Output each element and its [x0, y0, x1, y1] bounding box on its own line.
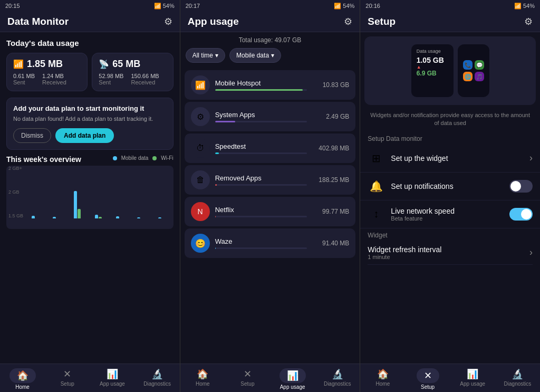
nav-item-app-usage[interactable]: 📊 App usage — [270, 367, 315, 391]
nav-label-2: App usage — [280, 384, 305, 390]
app-icon-5: 😊 — [191, 234, 210, 253]
nav-icon-2: 📊 — [107, 369, 118, 379]
app-bar-wrap-5 — [215, 247, 307, 249]
gear-icon[interactable]: ⚙ — [524, 16, 533, 27]
nav-item-home[interactable]: 🏠 Home — [180, 367, 225, 391]
bar-mobile — [32, 216, 35, 218]
mock-data-sub-1: ▲ — [417, 64, 448, 70]
setup-content: Data usage 1.05 GB ▲ 6.9 GB 📞 💬 🌐 — [360, 32, 540, 364]
nav-label-1: Setup — [421, 384, 435, 390]
data-sub-1: 52.98 MBSent 150.66 MBReceived — [99, 73, 166, 85]
app-bar-fill-2 — [215, 152, 219, 154]
app-name-3: Removed Apps — [215, 174, 307, 182]
mock-widget-1: Data usage 1.05 GB ▲ 6.9 GB — [411, 44, 454, 97]
app-item-1[interactable]: ⚙ System Apps 2.49 GB — [185, 102, 356, 131]
mobile-legend-label: Mobile data — [121, 155, 149, 161]
app-item-0[interactable]: 📶 Mobile Hotspot 10.83 GB — [185, 70, 356, 100]
app-info-4: Netflix — [215, 206, 307, 217]
data-type-filter-button[interactable]: Mobile data ▾ — [229, 48, 281, 63]
nav-item-setup[interactable]: ✕ Setup — [225, 367, 270, 391]
toggle-thumb-1 — [510, 181, 521, 192]
app-info-0: Mobile Hotspot — [215, 79, 307, 91]
bottom-nav: 🏠 Home ✕ Setup 📊 App usage — [180, 364, 360, 392]
app-item-5[interactable]: 😊 Waze 91.40 MB — [185, 228, 356, 258]
nav-item-app-usage[interactable]: 📊 App usage — [90, 367, 134, 391]
sent-val: 0.61 MB — [13, 73, 35, 79]
status-bar: 20:17 📶 54% — [180, 0, 360, 12]
toggle-1[interactable] — [509, 180, 533, 193]
nav-icon-0: 🏠 — [377, 369, 389, 379]
battery-indicator: 54% — [343, 3, 354, 9]
nav-label-1: Setup — [240, 381, 254, 387]
app-item-4[interactable]: N Netflix 99.77 MB — [185, 197, 356, 226]
nav-label-2: App usage — [100, 381, 125, 387]
time-filter-button[interactable]: All time ▾ — [186, 48, 225, 63]
app-icon-char-0: 📶 — [195, 80, 206, 90]
y-label: 2 GB — [8, 189, 23, 195]
chart-bar-5 — [131, 217, 150, 218]
toggle-2[interactable] — [509, 208, 533, 221]
app-icon-2: ⏱ — [191, 139, 210, 158]
nav-item-setup[interactable]: ✕ Setup — [406, 367, 450, 391]
nav-item-app-usage[interactable]: 📊 App usage — [450, 367, 495, 391]
nav-item-home[interactable]: 🏠 Home — [0, 367, 45, 391]
nav-icon-3: 🔬 — [512, 369, 523, 379]
app-size-4: 99.77 MB — [312, 208, 349, 215]
app-bar-wrap-2 — [215, 152, 307, 154]
gear-icon[interactable]: ⚙ — [164, 16, 172, 27]
nav-label-2: App usage — [460, 381, 485, 387]
app-icon-3: 🗑 — [191, 170, 210, 189]
setup-item-1[interactable]: 🔔 Set up notifications — [360, 173, 540, 200]
data-amount-1: 65 MB — [112, 59, 140, 70]
widget-refresh-title: Widget refresh interval — [368, 245, 529, 254]
data-card-1: 📡 65 MB 52.98 MBSent 150.66 MBReceived — [92, 53, 173, 91]
app-title: App usage — [188, 16, 239, 27]
setup-item-sub-2: Beta feature — [391, 215, 503, 222]
nav-item-diagnostics[interactable]: 🔬 Diagnostics — [135, 367, 180, 391]
app-title: Setup — [368, 16, 396, 27]
bar-mobile — [95, 215, 98, 218]
nav-label-0: Home — [376, 381, 390, 387]
nav-item-diagnostics[interactable]: 🔬 Diagnostics — [315, 367, 360, 391]
app-bar-wrap-0 — [215, 89, 307, 91]
bar-mobile — [116, 216, 119, 218]
nav-icon-3: 🔬 — [332, 369, 343, 379]
gear-icon[interactable]: ⚙ — [344, 16, 352, 27]
app-item-2[interactable]: ⏱ Speedtest 402.98 MB — [185, 133, 356, 163]
status-bar: 20:16 📶 54% — [360, 0, 540, 12]
bottom-nav: 🏠 Home ✕ Setup 📊 App usage — [360, 364, 540, 392]
widget-refresh-item[interactable]: Widget refresh interval 1 minute › — [368, 241, 533, 265]
nav-item-diagnostics[interactable]: 🔬 Diagnostics — [495, 367, 540, 391]
dismiss-button[interactable]: Dismiss — [13, 128, 51, 143]
sent-val: 52.98 MB — [99, 73, 123, 79]
status-time: 20:16 — [365, 3, 380, 9]
mock-widget-title: Data usage — [417, 49, 448, 54]
card-icon-0: 📶 — [13, 59, 24, 69]
app-name-2: Speedtest — [215, 142, 307, 150]
time-filter-label: All time — [192, 52, 213, 59]
week-header: This week's overview Mobile data Wi-Fi — [6, 155, 173, 164]
week-legend: Mobile data Wi-Fi — [113, 155, 173, 161]
setup-item-2[interactable]: ↕ Live network speed Beta feature — [360, 200, 540, 228]
app-title: Data Monitor — [7, 16, 69, 27]
phone-icon-2: 💬 — [475, 60, 484, 70]
app-icon-char-3: 🗑 — [196, 175, 205, 185]
app-size-0: 10.83 GB — [312, 81, 349, 89]
alert-buttons: Dismiss Add data plan — [13, 128, 167, 143]
add-data-plan-button[interactable]: Add data plan — [55, 128, 114, 143]
bottom-nav: 🏠 Home ✕ Setup 📊 App usage — [0, 364, 180, 392]
setup-item-icon-0: ⊞ — [368, 150, 384, 167]
nav-label-1: Setup — [61, 381, 74, 387]
app-bar-fill-3 — [215, 184, 217, 186]
app-item-3[interactable]: 🗑 Removed Apps 188.25 MB — [185, 165, 356, 195]
nav-label-3: Diagnostics — [143, 381, 171, 387]
nav-item-home[interactable]: 🏠 Home — [360, 367, 405, 391]
nav-icon-1: ✕ — [244, 369, 252, 379]
chart-bar-1 — [46, 217, 66, 218]
app-bar-wrap-4 — [215, 216, 307, 217]
setup-item-0[interactable]: ⊞ Set up the widget › — [360, 145, 540, 173]
nav-icon-2: 📊 — [467, 369, 478, 379]
app-info-1: System Apps — [215, 111, 307, 122]
recv-val: 1.24 MB — [42, 73, 66, 79]
nav-item-setup[interactable]: ✕ Setup — [45, 367, 90, 391]
